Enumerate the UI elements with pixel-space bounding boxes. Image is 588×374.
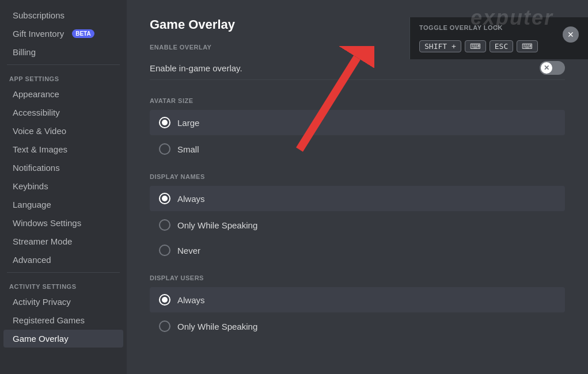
sidebar-item-text-images[interactable]: Text & Images [3, 140, 123, 158]
enable-overlay-text: Enable in-game overlay. [150, 63, 242, 73]
sidebar-item-label: Activity Privacy [13, 297, 71, 307]
app-settings-section-label: APP SETTINGS [0, 68, 127, 85]
sidebar-item-label: Notifications [13, 163, 60, 173]
display-names-never-label: Never [177, 246, 200, 255]
sidebar-item-activity-privacy[interactable]: Activity Privacy [3, 293, 123, 311]
sidebar-item-gift-inventory[interactable]: Gift Inventory BETA [3, 25, 123, 43]
sidebar-item-label: Keybinds [13, 181, 48, 191]
display-names-always-option[interactable]: Always [150, 186, 565, 211]
display-names-always-label: Always [177, 194, 205, 204]
sidebar-item-subscriptions[interactable]: Subscriptions [3, 6, 123, 24]
main-content: exputer Game Overlay ENABLE OVERLAY Enab… [127, 0, 588, 374]
sidebar-item-label: Subscriptions [13, 10, 65, 20]
display-users-always-label: Always [177, 295, 205, 305]
display-names-always-radio [159, 193, 170, 204]
sidebar-item-label: Language [13, 200, 51, 209]
sidebar-item-appearance[interactable]: Appearance [3, 85, 123, 103]
keybind-shift: SHIFT + [419, 40, 461, 52]
display-users-group: Always Only While Speaking [150, 287, 565, 339]
toggle-x-icon: ✕ [544, 64, 549, 72]
toggle-overlay-lock-panel: TOGGLE OVERLAY LOCK ✕ SHIFT + ⌨ ESC ⌨ [409, 17, 588, 59]
close-button[interactable]: ✕ [563, 26, 579, 43]
display-names-group: Always Only While Speaking Never [150, 186, 565, 263]
sidebar-item-label: Game Overlay [13, 334, 69, 344]
display-names-speaking-radio [159, 219, 170, 231]
sidebar-item-voice-video[interactable]: Voice & Video [3, 122, 123, 140]
sidebar-item-windows-settings[interactable]: Windows Settings [3, 214, 123, 232]
display-users-speaking-option[interactable]: Only While Speaking [150, 314, 565, 339]
toggle-knob: ✕ [541, 62, 552, 74]
sidebar-item-registered-games[interactable]: Registered Games [3, 311, 123, 329]
sidebar: Subscriptions Gift Inventory BETA Billin… [0, 0, 127, 374]
sidebar-item-notifications[interactable]: Notifications [3, 159, 123, 177]
keybind-esc: ESC [490, 40, 513, 52]
avatar-large-option[interactable]: Large [150, 110, 565, 135]
sidebar-item-keybinds[interactable]: Keybinds [3, 177, 123, 195]
avatar-small-option[interactable]: Small [150, 136, 565, 162]
display-users-always-option[interactable]: Always [150, 287, 565, 312]
beta-badge: BETA [72, 29, 94, 38]
sidebar-item-label: Registered Games [13, 315, 85, 325]
sidebar-divider-2 [7, 272, 120, 273]
display-names-never-radio [159, 245, 170, 256]
sidebar-item-label: Windows Settings [13, 218, 81, 228]
sidebar-item-label: Accessibility [13, 108, 60, 117]
avatar-small-label: Small [177, 144, 199, 154]
display-users-speaking-radio [159, 320, 170, 332]
enable-overlay-toggle[interactable]: ✕ [540, 61, 565, 75]
sidebar-item-game-overlay[interactable]: Game Overlay [3, 330, 123, 348]
sidebar-item-language[interactable]: Language [3, 196, 123, 213]
display-users-label: DISPLAY USERS [150, 274, 565, 281]
activity-settings-section-label: ACTIVITY SETTINGS [0, 276, 127, 292]
sidebar-item-billing[interactable]: Billing [3, 43, 123, 61]
enable-overlay-row: Enable in-game overlay. ✕ [150, 56, 565, 80]
avatar-size-label: AVATAR SIZE [150, 97, 565, 104]
toggle-overlay-lock-label: TOGGLE OVERLAY LOCK [419, 24, 503, 31]
keybind-keyboard-icon: ⌨ [465, 40, 486, 52]
avatar-large-label: Large [177, 118, 199, 128]
display-names-speaking-option[interactable]: Only While Speaking [150, 212, 565, 238]
avatar-small-radio [159, 143, 170, 155]
display-users-speaking-label: Only While Speaking [177, 322, 257, 331]
sidebar-item-label: Billing [13, 47, 36, 57]
display-users-always-radio [159, 294, 170, 306]
keybind-row: SHIFT + ⌨ ESC ⌨ [419, 40, 579, 52]
display-names-label: DISPLAY NAMES [150, 173, 565, 180]
sidebar-item-label: Voice & Video [13, 126, 66, 136]
display-names-speaking-label: Only While Speaking [177, 220, 257, 230]
avatar-size-group: Large Small [150, 110, 565, 162]
sidebar-item-label: Gift Inventory [13, 29, 64, 39]
sidebar-item-label: Appearance [13, 89, 59, 99]
display-names-never-option[interactable]: Never [150, 238, 565, 263]
keybind-keyboard-icon-2: ⌨ [517, 40, 538, 52]
avatar-large-radio [159, 117, 170, 128]
sidebar-item-streamer-mode[interactable]: Streamer Mode [3, 232, 123, 250]
sidebar-item-accessibility[interactable]: Accessibility [3, 104, 123, 121]
sidebar-item-advanced[interactable]: Advanced [3, 251, 123, 269]
sidebar-item-label: Streamer Mode [13, 236, 72, 246]
sidebar-item-label: Text & Images [13, 144, 67, 154]
sidebar-divider [7, 64, 120, 65]
sidebar-item-label: Advanced [13, 255, 51, 265]
